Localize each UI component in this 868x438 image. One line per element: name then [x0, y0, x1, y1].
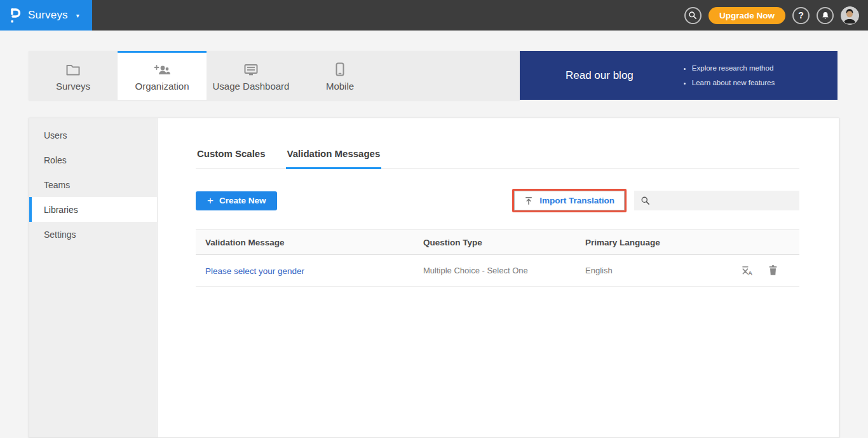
validation-messages-table: Validation Message Question Type Primary… — [196, 229, 799, 287]
product-switcher[interactable]: Surveys ▾ — [0, 0, 92, 31]
main-panel: Users Roles Teams Libraries Settings Cus… — [29, 118, 839, 438]
question-mark-icon: ? — [798, 10, 804, 20]
create-new-button[interactable]: + Create New — [196, 191, 277, 210]
tab-usage-dashboard[interactable]: Usage Dashboard — [207, 51, 295, 100]
search-icon — [641, 196, 650, 205]
tab-label: Mobile — [326, 81, 354, 92]
header-question-type: Question Type — [423, 238, 585, 247]
svg-text:A: A — [748, 270, 752, 277]
topbar-actions: Upgrade Now ? — [684, 0, 859, 31]
sidebar-item-roles[interactable]: Roles — [29, 147, 157, 172]
tab-mobile[interactable]: Mobile — [295, 51, 384, 100]
row-actions: A — [724, 264, 778, 277]
library-tabs: Custom Scales Validation Messages — [196, 148, 799, 169]
module-tabs: Surveys Organization — [29, 51, 520, 100]
sidebar-item-settings[interactable]: Settings — [29, 222, 157, 247]
notifications-button[interactable] — [817, 7, 834, 24]
banner-bullet: Learn about new features — [692, 76, 775, 90]
table-row: Please select your gender Multiple Choic… — [196, 255, 799, 287]
header-primary-language: Primary Language — [585, 238, 724, 247]
user-avatar[interactable] — [841, 6, 859, 25]
import-translation-label: Import Translation — [539, 196, 614, 205]
search-input[interactable] — [654, 191, 799, 210]
translate-icon[interactable]: A — [741, 264, 753, 277]
blog-promo-banner[interactable]: Read our blog Explore research method Le… — [520, 51, 837, 100]
search-button[interactable] — [684, 7, 702, 24]
add-users-icon — [154, 61, 171, 76]
avatar-photo — [841, 7, 858, 24]
libraries-content: Custom Scales Validation Messages + Crea… — [158, 118, 839, 437]
settings-sidebar: Users Roles Teams Libraries Settings — [29, 118, 158, 437]
header-validation-message: Validation Message — [205, 238, 423, 247]
trash-icon[interactable] — [768, 264, 778, 277]
tab-validation-messages[interactable]: Validation Messages — [286, 148, 382, 169]
topbar: Surveys ▾ Upgrade Now ? — [0, 0, 868, 31]
validation-message-link[interactable]: Please select your gender — [205, 266, 304, 276]
tab-label: Organization — [135, 81, 189, 92]
help-button[interactable]: ? — [792, 7, 810, 24]
create-new-label: Create New — [219, 196, 266, 205]
chevron-down-icon: ▾ — [76, 12, 79, 19]
annotation-highlight-box: Import Translation — [512, 189, 627, 212]
sidebar-item-users[interactable]: Users — [29, 123, 157, 147]
plus-icon: + — [207, 195, 214, 206]
upgrade-now-button[interactable]: Upgrade Now — [709, 7, 785, 24]
import-translation-button[interactable]: Import Translation — [514, 191, 625, 210]
tab-custom-scales[interactable]: Custom Scales — [196, 148, 267, 169]
upload-icon — [524, 196, 533, 205]
banner-title: Read our blog — [566, 69, 634, 82]
table-search — [634, 191, 799, 210]
tab-label: Usage Dashboard — [213, 81, 290, 92]
secondary-nav-row: Surveys Organization — [29, 51, 837, 100]
sidebar-item-teams[interactable]: Teams — [29, 172, 157, 197]
mobile-icon — [336, 61, 344, 76]
tab-surveys[interactable]: Surveys — [29, 51, 118, 100]
folder-icon — [65, 61, 81, 76]
banner-bullet: Explore research method — [692, 61, 775, 75]
product-name: Surveys — [28, 9, 68, 22]
primary-language-cell: English — [585, 266, 724, 275]
toolbar: + Create New Import Translation — [196, 189, 799, 212]
dashboard-icon — [243, 61, 259, 76]
tab-label: Surveys — [56, 81, 90, 92]
banner-bullet-list: Explore research method Learn about new … — [683, 61, 775, 90]
tab-organization[interactable]: Organization — [118, 51, 207, 100]
bell-icon — [821, 11, 830, 20]
question-type-cell: Multiple Choice - Select One — [423, 266, 585, 275]
brand-logo-icon — [8, 7, 22, 24]
search-icon — [688, 11, 697, 20]
sidebar-item-libraries[interactable]: Libraries — [29, 197, 157, 222]
table-header-row: Validation Message Question Type Primary… — [196, 229, 799, 255]
